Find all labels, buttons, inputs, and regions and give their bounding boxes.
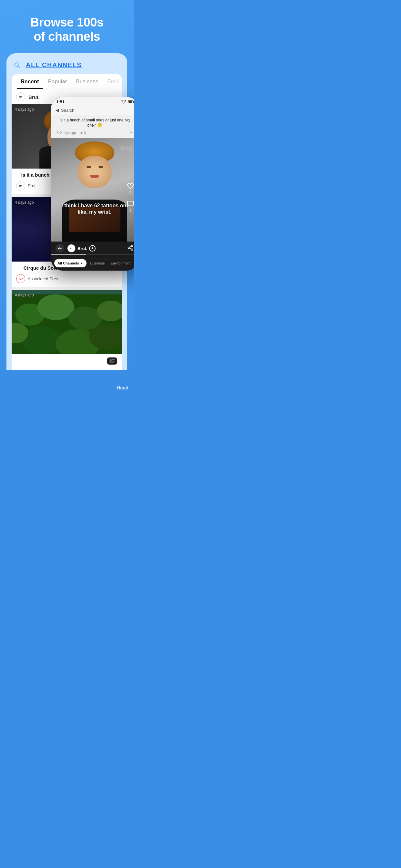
svg-line-21 [129,248,131,249]
hero-section: Browse 100s of channels ALL CHANNELS Rec… [0,0,134,370]
follow-button[interactable]: + [89,245,96,252]
headlines-tag: Head [117,385,128,391]
nav-business[interactable]: Business [89,260,107,267]
signal-dots: ··· [117,100,120,104]
phone-status-bar: 1:51 ··· [51,97,134,105]
ap-avatar: AP [16,274,25,283]
phone-bottom-bar: Br. Brut. + [51,242,134,254]
bottom-channel-info: Br. Brut. + [67,244,124,252]
phone-video-title: Is it a bunch of small ones or just one … [51,115,134,129]
svg-rect-15 [112,361,115,362]
tab-business[interactable]: Business [72,74,102,89]
news-icon [107,358,117,365]
nav-environment[interactable]: Environment [109,260,132,267]
phone-nav-bar: All Channels ▲ Business Environment Head… [51,257,134,271]
video-subtitle: I think I have 62 tattoos on, like, my w… [51,203,134,216]
tab-popular[interactable]: Popular [44,74,71,89]
heart-icon [126,182,134,190]
progress-bar[interactable] [51,254,134,255]
time-tag-3: 4 days ago [15,293,34,298]
svg-rect-14 [112,359,115,361]
brut-watermark: Brut. [120,145,134,151]
status-icons: ··· [117,100,133,104]
phone-search-bar[interactable]: ◀ Search [51,105,134,115]
battery-icon [128,100,133,103]
svg-rect-13 [110,359,112,363]
meta-views: 👁 3 [80,131,86,135]
svg-point-18 [131,245,133,247]
tabs-row: Recent Popular Business Enviro [11,74,122,89]
all-channels-label[interactable]: ALL CHANNELS [26,61,82,69]
search-icon[interactable] [11,60,22,70]
progress-fill [51,254,86,255]
svg-marker-17 [58,247,60,250]
channel-row-2: AP Associated Pres... [11,272,122,287]
svg-line-1 [18,66,20,68]
svg-point-20 [131,249,133,251]
comment-button[interactable]: 0 [126,199,134,213]
status-time: 1:51 [56,99,65,104]
wifi-icon [121,100,126,104]
bottom-channel-name: Brut. [78,246,87,251]
like-button[interactable]: 0 [126,182,134,195]
chevron-up-icon: ▲ [81,261,83,265]
browse-card-header: ALL CHANNELS [11,60,122,70]
all-channels-nav-button[interactable]: All Channels ▲ [54,259,87,268]
tab-enviro[interactable]: Enviro [103,74,122,89]
more-options[interactable]: ⋯ [129,130,134,135]
brut-avatar-card1: Br. [16,182,25,190]
phone-player[interactable]: Brut. I think I have 62 tattoos on, like… [51,138,134,242]
bottom-section: Head [0,370,134,396]
phone-video-meta: 🕐 2 days ago 👁 3 ⋯ [51,129,134,138]
bottom-brut-avatar: Br. [67,244,75,252]
comment-count: 0 [129,209,131,213]
video-card-3[interactable]: 4 days ago [11,290,122,354]
overlay-phone: 1:51 ··· ◀ Search Is it a [51,97,134,271]
time-tag-2: 4 days ago [15,200,34,205]
channel-name-2: Associated Pres... [28,276,62,281]
video-thumb-3: 4 days ago [11,290,122,354]
brut-label: Brut. [28,94,40,100]
svg-point-4 [37,294,74,320]
comment-icon [126,199,134,208]
svg-line-22 [129,246,131,247]
tab-recent[interactable]: Recent [17,74,43,89]
hero-title: Browse 100s of channels [6,16,127,43]
like-count: 0 [129,191,131,195]
channel-name-1: Brut. [28,183,36,188]
volume-button[interactable] [56,244,64,252]
time-tag-1: 4 days ago [15,107,34,112]
back-arrow[interactable]: ◀ [56,107,59,113]
nature-thumbnail [11,290,122,354]
bottom-icon-area [11,354,122,370]
meta-time: 🕐 2 days ago [56,131,76,135]
svg-point-19 [128,247,130,249]
share-button[interactable] [127,244,134,252]
brut-avatar: Br. [16,92,25,101]
player-actions: 0 0 [126,182,134,213]
search-text: Search [61,108,74,113]
all-channels-nav-label: All Channels [58,261,79,265]
svg-rect-16 [112,362,114,363]
